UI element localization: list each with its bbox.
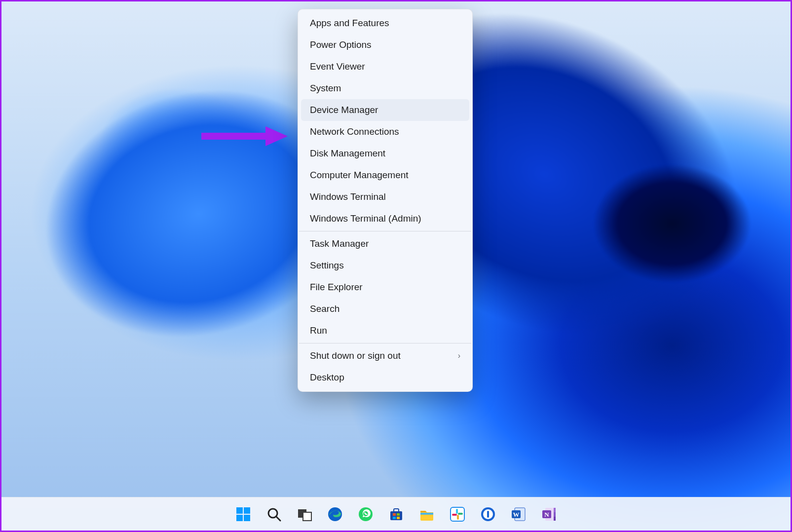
svg-rect-3 <box>244 507 250 514</box>
svg-line-7 <box>276 517 280 521</box>
taskbar: WN <box>1 497 791 531</box>
menu-item-label: Task Manager <box>310 238 369 249</box>
menu-item-label: Event Viewer <box>310 61 365 72</box>
menu-item-run[interactable]: Run <box>298 320 472 342</box>
onenote-icon[interactable]: N <box>538 503 561 526</box>
svg-rect-4 <box>236 515 243 521</box>
svg-rect-18 <box>397 517 400 519</box>
svg-text:W: W <box>513 511 519 518</box>
menu-item-label: Windows Terminal (Admin) <box>310 213 421 224</box>
menu-item-label: Disk Management <box>310 148 385 159</box>
task-view-icon[interactable] <box>293 503 316 526</box>
menu-item-label: Power Options <box>310 39 372 50</box>
menu-item-file-explorer[interactable]: File Explorer <box>298 276 472 298</box>
svg-rect-34 <box>554 512 556 517</box>
menu-item-computer-management[interactable]: Computer Management <box>298 164 472 186</box>
menu-separator <box>299 231 471 231</box>
menu-item-desktop[interactable]: Desktop <box>298 367 472 388</box>
menu-item-label: File Explorer <box>310 282 363 293</box>
edge-browser-icon[interactable] <box>324 503 346 526</box>
menu-item-label: Search <box>310 304 339 314</box>
svg-marker-1 <box>265 126 288 146</box>
menu-item-windows-terminal[interactable]: Windows Terminal <box>298 186 472 208</box>
menu-item-apps-and-features[interactable]: Apps and Features <box>298 12 472 34</box>
menu-item-task-manager[interactable]: Task Manager <box>298 233 472 255</box>
whatsapp-icon[interactable] <box>354 503 377 526</box>
menu-item-windows-terminal-admin[interactable]: Windows Terminal (Admin) <box>298 208 472 229</box>
start-icon[interactable] <box>232 503 255 526</box>
svg-rect-24 <box>452 514 457 516</box>
menu-item-network-connections[interactable]: Network Connections <box>298 121 472 143</box>
svg-rect-22 <box>458 513 463 515</box>
menu-item-system[interactable]: System <box>298 77 472 99</box>
menu-item-event-viewer[interactable]: Event Viewer <box>298 56 472 77</box>
menu-item-label: Desktop <box>310 372 344 383</box>
menu-item-device-manager[interactable]: Device Manager <box>301 99 469 121</box>
menu-item-disk-management[interactable]: Disk Management <box>298 143 472 164</box>
chevron-right-icon: › <box>458 351 460 360</box>
svg-rect-27 <box>487 511 489 518</box>
word-icon[interactable]: W <box>507 503 530 526</box>
svg-rect-16 <box>397 513 400 516</box>
svg-rect-15 <box>393 513 396 516</box>
microsoft-store-icon[interactable] <box>385 503 408 526</box>
onepassword-icon[interactable] <box>477 503 499 526</box>
menu-item-label: Computer Management <box>310 170 409 181</box>
menu-item-label: Windows Terminal <box>310 191 386 202</box>
file-explorer-icon[interactable] <box>415 503 438 526</box>
menu-item-label: Network Connections <box>310 126 399 137</box>
slack-icon[interactable] <box>446 503 469 526</box>
menu-item-label: Shut down or sign out <box>310 350 401 361</box>
svg-rect-19 <box>420 513 433 515</box>
search-icon[interactable] <box>263 503 285 526</box>
menu-item-shut-down-or-sign-out[interactable]: Shut down or sign out› <box>298 345 472 367</box>
svg-rect-2 <box>236 507 243 514</box>
svg-rect-9 <box>303 512 311 521</box>
menu-item-label: System <box>310 83 341 94</box>
menu-item-search[interactable]: Search <box>298 298 472 320</box>
svg-rect-21 <box>456 509 458 514</box>
menu-item-settings[interactable]: Settings <box>298 255 472 276</box>
winx-context-menu: Apps and FeaturesPower OptionsEvent View… <box>298 9 473 392</box>
menu-separator <box>299 343 471 343</box>
menu-item-label: Apps and Features <box>310 18 389 29</box>
svg-rect-35 <box>554 517 556 521</box>
svg-rect-33 <box>554 508 556 512</box>
menu-item-label: Device Manager <box>310 105 378 115</box>
annotation-arrow <box>199 124 288 149</box>
menu-item-label: Settings <box>310 260 344 271</box>
svg-text:N: N <box>544 511 549 518</box>
menu-item-label: Run <box>310 325 327 336</box>
svg-rect-17 <box>393 517 396 519</box>
svg-rect-5 <box>244 515 250 521</box>
svg-rect-23 <box>457 515 459 520</box>
menu-item-power-options[interactable]: Power Options <box>298 34 472 56</box>
